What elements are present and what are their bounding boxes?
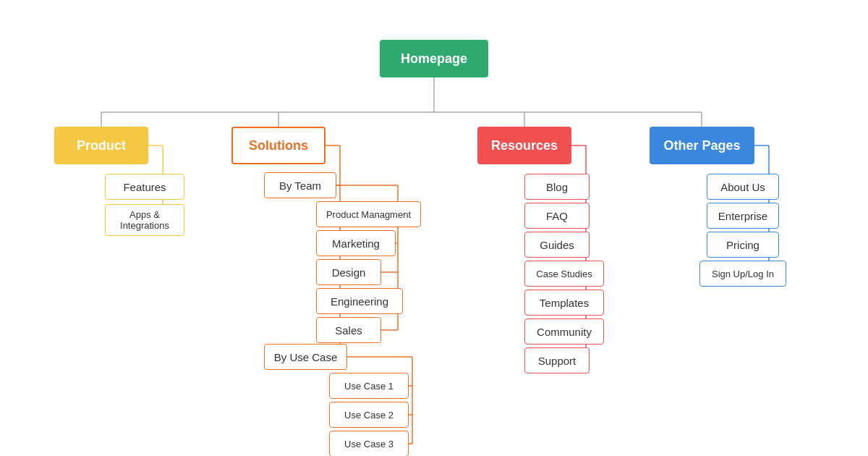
casestudies-node: Case Studies <box>524 261 604 287</box>
usecase1-node: Use Case 1 <box>329 373 409 399</box>
usecase3-node: Use Case 3 <box>329 431 409 456</box>
casestudies-label: Case Studies <box>536 269 592 279</box>
blog-node: Blog <box>524 174 590 200</box>
byusecase-label: By Use Case <box>274 351 338 363</box>
sales-label: Sales <box>335 324 362 337</box>
aboutus-node: About Us <box>707 174 779 200</box>
templates-node: Templates <box>524 290 604 316</box>
faq-node: FAQ <box>524 203 590 229</box>
pricing-node: Pricing <box>707 232 779 258</box>
homepage-label: Homepage <box>401 51 467 67</box>
pricing-label: Pricing <box>726 239 760 251</box>
prodmgmt-node: Product Managment <box>316 201 421 227</box>
usecase2-label: Use Case 2 <box>344 410 393 421</box>
enterprise-node: Enterprise <box>707 203 779 229</box>
prodmgmt-label: Product Managment <box>326 209 411 220</box>
product-node: Product <box>54 127 148 164</box>
apps-label: Apps & Integrations <box>106 209 184 231</box>
otherpages-node: Other Pages <box>650 127 754 164</box>
engineering-node: Engineering <box>316 288 403 314</box>
design-label: Design <box>332 266 366 279</box>
homepage-node: Homepage <box>380 40 488 77</box>
support-label: Support <box>538 355 576 367</box>
usecase1-label: Use Case 1 <box>344 381 393 392</box>
marketing-node: Marketing <box>316 230 396 256</box>
usecase3-label: Use Case 3 <box>344 439 393 449</box>
apps-node: Apps & Integrations <box>105 204 184 236</box>
byusecase-node: By Use Case <box>264 344 347 370</box>
marketing-label: Marketing <box>332 237 380 250</box>
signup-label: Sign Up/Log In <box>712 269 774 279</box>
usecase2-node: Use Case 2 <box>329 402 409 428</box>
resources-label: Resources <box>491 138 558 153</box>
otherpages-label: Other Pages <box>663 138 740 153</box>
blog-label: Blog <box>546 181 568 193</box>
sales-node: Sales <box>316 317 381 343</box>
features-label: Features <box>123 181 166 193</box>
features-node: Features <box>105 174 184 200</box>
resources-node: Resources <box>477 127 571 164</box>
community-label: Community <box>537 326 592 338</box>
guides-label: Guides <box>540 239 574 251</box>
faq-label: FAQ <box>546 210 568 222</box>
enterprise-label: Enterprise <box>718 210 767 222</box>
design-node: Design <box>316 259 381 285</box>
byteam-node: By Team <box>264 172 336 198</box>
signup-node: Sign Up/Log In <box>699 261 786 287</box>
solutions-node: Solutions <box>231 127 326 164</box>
aboutus-label: About Us <box>720 181 765 193</box>
templates-label: Templates <box>540 297 589 309</box>
solutions-label: Solutions <box>249 138 308 153</box>
site-map-diagram: Homepage Product Features Apps & Integra… <box>0 0 868 456</box>
support-node: Support <box>524 347 590 373</box>
byteam-label: By Team <box>279 180 321 192</box>
guides-node: Guides <box>524 232 590 258</box>
community-node: Community <box>524 318 604 345</box>
product-label: Product <box>77 138 126 153</box>
engineering-label: Engineering <box>331 295 388 308</box>
